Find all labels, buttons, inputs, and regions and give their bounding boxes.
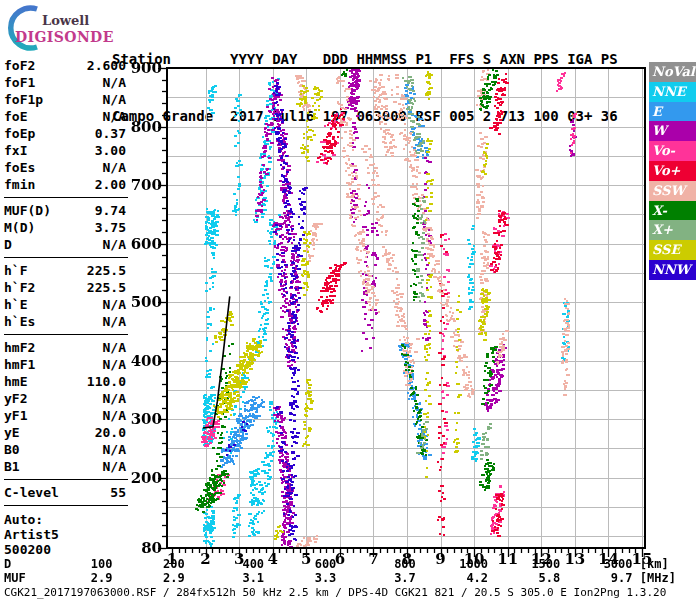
param-value: 0.37 [95, 125, 126, 142]
digisonde-ionogram-screen: Lowell DIGISONDE Station YYYY DAY DDD HH… [0, 0, 700, 600]
param-label: foEs [4, 159, 35, 176]
param-value: N/A [103, 407, 126, 424]
param-value: N/A [103, 74, 126, 91]
param-label: foF1p [4, 91, 43, 108]
param-row: yF1N/A [4, 407, 126, 424]
legend-item-sse: SSE [649, 240, 696, 260]
param-row: hmF1N/A [4, 356, 126, 373]
panel-divider [4, 257, 128, 258]
panel-divider [4, 197, 128, 198]
param-value: N/A [103, 356, 126, 373]
legend-item-nnw: NNW [649, 260, 696, 280]
logo-digisonde-text: DIGISONDE [15, 29, 114, 45]
panel-divider [4, 334, 128, 335]
param-value: 9.74 [95, 202, 126, 219]
param-label: h`F2 [4, 279, 35, 296]
param-label: fxI [4, 142, 27, 159]
distance-row: D 100 200 400 600 800 1000 1500 3000 [km… [4, 557, 669, 571]
param-label: foEp [4, 125, 35, 142]
param-row: h`F2225.5 [4, 279, 126, 296]
param-value: N/A [103, 91, 126, 108]
param-value: N/A [103, 339, 126, 356]
param-value: N/A [103, 458, 126, 475]
param-row: yF2N/A [4, 390, 126, 407]
direction-color-legend: NoValNNEEWVo-Vo+SSWX-X+SSENNW [649, 62, 697, 280]
param-row: fxI3.00 [4, 142, 126, 159]
param-label: B1 [4, 458, 20, 475]
param-row: hmE110.0 [4, 373, 126, 390]
lowell-digisonde-logo: Lowell DIGISONDE [6, 4, 116, 54]
scaled-parameters-panel: foF22.600foF1N/AfoF1pN/AfoEN/AfoEp0.37fx… [4, 57, 126, 557]
param-row: hmF2N/A [4, 339, 126, 356]
param-row: B0N/A [4, 441, 126, 458]
legend-item-nne: NNE [649, 82, 696, 102]
param-value: N/A [103, 441, 126, 458]
param-label: yF2 [4, 390, 27, 407]
muf-row: MUF 2.9 2.9 3.1 3.3 3.7 4.2 5.8 9.7 [MHz… [4, 571, 676, 585]
legend-item-vo: Vo- [649, 141, 696, 161]
legend-item-e: E [649, 102, 696, 122]
legend-item-ssw: SSW [649, 181, 696, 201]
autoscaling-line: Artist5 [4, 527, 126, 542]
legend-item-x: X+ [649, 220, 696, 240]
param-row: foF1N/A [4, 74, 126, 91]
autoscaling-line: Auto: [4, 512, 126, 527]
param-label: D [4, 236, 12, 253]
param-row: DN/A [4, 236, 126, 253]
param-label: h`Es [4, 313, 35, 330]
param-label: hmE [4, 373, 27, 390]
legend-item-x: X- [649, 201, 696, 221]
logo-lowell-text: Lowell [42, 13, 89, 28]
param-row: fmin2.00 [4, 176, 126, 193]
param-value: 110.0 [87, 373, 126, 390]
param-row: M(D)3.75 [4, 219, 126, 236]
param-row: foEp0.37 [4, 125, 126, 142]
param-value: 225.5 [87, 279, 126, 296]
param-label: fmin [4, 176, 35, 193]
ionogram-plot-canvas [130, 56, 700, 560]
param-label: M(D) [4, 219, 35, 236]
param-value: N/A [103, 296, 126, 313]
legend-item-vo: Vo+ [649, 161, 696, 181]
panel-divider [4, 479, 128, 480]
param-label: hmF1 [4, 356, 35, 373]
param-row: h`EsN/A [4, 313, 126, 330]
param-value: 55 [110, 484, 126, 501]
param-row: foEN/A [4, 108, 126, 125]
param-label: B0 [4, 441, 20, 458]
param-label: h`F [4, 262, 27, 279]
param-row: foEsN/A [4, 159, 126, 176]
param-label: foF2 [4, 57, 35, 74]
param-value: 2.00 [95, 176, 126, 193]
param-row: C-level55 [4, 484, 126, 501]
param-row: h`F225.5 [4, 262, 126, 279]
autoscaling-info: Auto:Artist5500200 [4, 512, 126, 557]
footer-file-info: CGK21_2017197063000.RSF / 284fx512h 50 k… [4, 586, 666, 599]
param-value: 2.600 [87, 57, 126, 74]
param-value: 3.00 [95, 142, 126, 159]
param-label: yE [4, 424, 20, 441]
param-label: MUF(D) [4, 202, 51, 219]
param-value: N/A [103, 159, 126, 176]
param-row: B1N/A [4, 458, 126, 475]
param-value: N/A [103, 236, 126, 253]
param-row: foF1pN/A [4, 91, 126, 108]
param-label: h`E [4, 296, 27, 313]
param-label: foF1 [4, 74, 35, 91]
param-label: yF1 [4, 407, 27, 424]
param-row: yE20.0 [4, 424, 126, 441]
autoscaling-line: 500200 [4, 542, 126, 557]
param-row: h`EN/A [4, 296, 126, 313]
param-value: 20.0 [95, 424, 126, 441]
param-label: C-level [4, 484, 59, 501]
param-row: foF22.600 [4, 57, 126, 74]
param-value: N/A [103, 390, 126, 407]
param-value: N/A [103, 108, 126, 125]
legend-item-noval: NoVal [649, 62, 696, 82]
param-value: N/A [103, 313, 126, 330]
param-label: hmF2 [4, 339, 35, 356]
panel-divider [4, 505, 128, 506]
param-value: 225.5 [87, 262, 126, 279]
param-row: MUF(D)9.74 [4, 202, 126, 219]
param-value: 3.75 [95, 219, 126, 236]
